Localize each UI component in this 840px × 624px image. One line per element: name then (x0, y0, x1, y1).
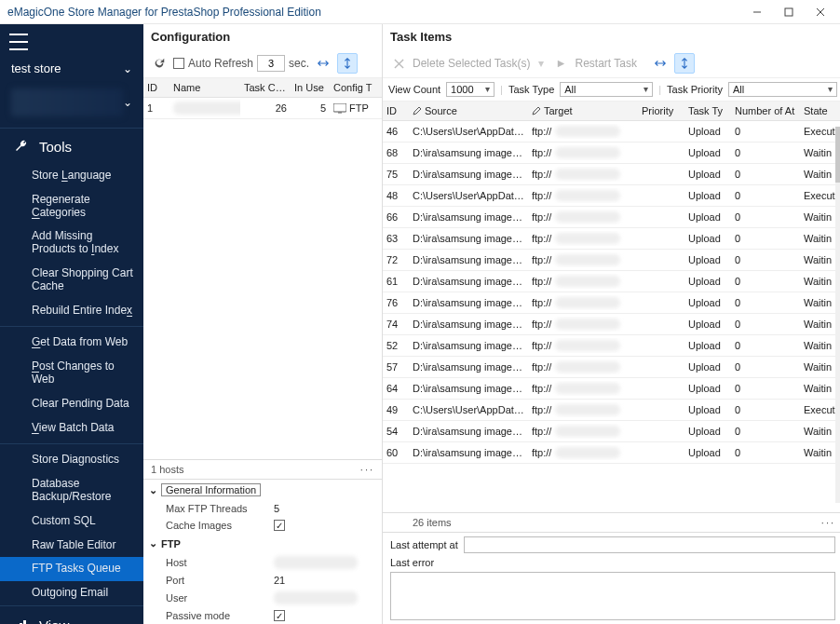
sidebar-item[interactable]: Post Changes to Web (0, 355, 143, 392)
sidebar-item[interactable]: FTP Tasks Queue (0, 557, 143, 581)
sidebar-item[interactable]: View Batch Data (0, 416, 143, 441)
blurred-content (274, 591, 358, 604)
general-information-header[interactable]: ⌄ General Information (143, 480, 382, 500)
ftp-label: FTP (161, 538, 181, 549)
fit-columns-button[interactable] (650, 53, 671, 74)
task-target: ftp:// (528, 210, 638, 224)
sidebar-item[interactable]: Regenerate Categories (0, 188, 143, 225)
task-row[interactable]: 60D:\ira\samsung images\pftp://Upload0Wa… (383, 442, 840, 464)
task-row[interactable]: 63D:\ira\samsung images\pftp://Upload0Wa… (383, 228, 840, 250)
sidebar-item[interactable]: Rebuild Entire Index (0, 299, 143, 323)
task-source: D:\ira\samsung images\p (409, 295, 528, 310)
task-row[interactable]: 75D:\ira\samsung images\pftp://Upload0Wa… (383, 164, 840, 185)
restart-task-button[interactable]: Restart Task (576, 57, 637, 70)
task-id: 72 (383, 252, 409, 267)
task-row[interactable]: 61D:\ira\samsung images\pftp://Upload0Wa… (383, 271, 840, 292)
blurred-content (555, 297, 620, 308)
tools-section-header[interactable]: Tools (0, 128, 143, 164)
delete-tasks-button[interactable]: Delete Selected Task(s) (413, 57, 531, 70)
sidebar-item[interactable]: Database Backup/Restore (0, 472, 143, 509)
sidebar-item[interactable]: Store Language (0, 164, 143, 188)
col-priority[interactable]: Priority (638, 102, 684, 120)
sidebar-item[interactable]: Custom SQL (0, 509, 143, 534)
col-taskcount[interactable]: Task Cour (240, 78, 291, 97)
view-count-select[interactable]: 1000 (446, 82, 495, 97)
col-id[interactable]: ID (143, 78, 169, 97)
hamburger-icon[interactable] (9, 34, 28, 50)
col-target[interactable]: Target (528, 102, 638, 120)
window-minimize-button[interactable] (741, 1, 773, 23)
task-row[interactable]: 64D:\ira\samsung images\pftp://Upload0Wa… (383, 378, 840, 400)
task-type-select[interactable]: All (560, 82, 653, 97)
task-type: Upload (684, 317, 731, 332)
task-id: 64 (383, 381, 409, 396)
window-close-button[interactable] (805, 1, 836, 23)
task-row[interactable]: 72D:\ira\samsung images\pftp://Upload0Wa… (383, 250, 840, 271)
expand-columns-button[interactable] (674, 53, 695, 74)
cache-images-checkbox[interactable]: ✓ (274, 520, 285, 531)
refresh-button[interactable] (149, 53, 169, 74)
task-row[interactable]: 46C:\Users\User\AppData\Lftp://Upload0Ex… (383, 121, 840, 142)
col-state[interactable]: State (800, 102, 840, 120)
sidebar-item[interactable]: Clear Pending Data (0, 392, 143, 416)
task-row[interactable]: 48C:\Users\User\AppData\Lftp://Upload0Ex… (383, 185, 840, 207)
col-inuse[interactable]: In Use (291, 78, 330, 97)
task-state: Waitin (800, 359, 840, 374)
auto-refresh-checkbox[interactable] (173, 58, 184, 69)
task-row[interactable]: 74D:\ira\samsung images\pftp://Upload0Wa… (383, 314, 840, 335)
task-type: Upload (684, 231, 731, 246)
task-priority-select[interactable]: All (728, 82, 837, 97)
task-target: ftp:// (528, 445, 638, 460)
auto-refresh-interval-input[interactable] (257, 55, 285, 72)
task-items-pane: Task Items Delete Selected Task(s) ▾ Res… (383, 24, 840, 624)
blurred-content (555, 211, 620, 223)
col-source[interactable]: Source (409, 102, 528, 120)
col-configtype[interactable]: Config T (330, 78, 382, 97)
max-ftp-threads-value[interactable]: 5 (274, 503, 376, 514)
sidebar-item[interactable]: Raw Table Editor (0, 534, 143, 558)
task-row[interactable]: 76D:\ira\samsung images\pftp://Upload0Wa… (383, 292, 840, 314)
last-attempt-field[interactable] (464, 536, 835, 553)
col-attempts[interactable]: Number of At (731, 102, 800, 120)
task-source: D:\ira\samsung images\p (409, 338, 528, 353)
window-maximize-button[interactable] (773, 1, 805, 23)
host-taskcount: 26 (240, 99, 291, 117)
view-label: View (39, 617, 69, 624)
task-type: Upload (684, 424, 731, 439)
task-source: D:\ira\samsung images\p (409, 359, 528, 374)
task-row[interactable]: 68D:\ira\samsung images\pftp://Upload0Wa… (383, 142, 840, 164)
task-row[interactable]: 49C:\Users\User\AppData\Lftp://Upload0Ex… (383, 400, 840, 421)
task-type: Upload (684, 295, 731, 310)
ftp-passive-checkbox[interactable]: ✓ (274, 610, 285, 621)
hosts-count: 1 hosts (151, 464, 183, 475)
col-tasktype[interactable]: Task Ty (684, 102, 731, 120)
task-attempts: 0 (731, 402, 800, 417)
ftp-header[interactable]: ⌄ FTP (143, 534, 382, 553)
task-row[interactable]: 57D:\ira\samsung images\pftp://Upload0Wa… (383, 357, 840, 378)
expand-columns-button[interactable] (337, 53, 358, 74)
sidebar-item[interactable]: Add Missing Products to Index (0, 224, 143, 262)
ftp-port-value[interactable]: 21 (274, 575, 376, 586)
task-target: ftp:// (528, 231, 638, 246)
sidebar-item[interactable]: Store Diagnostics (0, 448, 143, 472)
sidebar-item[interactable]: Outgoing Email (0, 581, 143, 605)
store-details[interactable]: ⌄ (0, 85, 143, 120)
sidebar-item[interactable]: Get Data from Web (0, 331, 143, 355)
view-section-header[interactable]: View (0, 605, 143, 624)
sidebar-item[interactable]: Clear Shopping Cart Cache (0, 262, 143, 299)
hosts-table-row[interactable]: 1 26 5 FTP (143, 98, 382, 119)
view-count-label: View Count (388, 84, 440, 95)
col-name[interactable]: Name (169, 78, 240, 97)
task-target: ftp:// (528, 317, 638, 332)
task-priority (638, 129, 684, 133)
store-selector[interactable]: test store ⌄ (0, 56, 143, 81)
last-error-field[interactable] (390, 572, 835, 620)
tasks-scrollbar[interactable] (835, 127, 840, 503)
host-configtype: FTP (330, 99, 382, 117)
col-id[interactable]: ID (383, 102, 409, 120)
fit-columns-button[interactable] (313, 53, 333, 74)
task-row[interactable]: 52D:\ira\samsung images\pftp://Upload0Wa… (383, 335, 840, 357)
task-row[interactable]: 54D:\ira\samsung images\pftp://Upload0Wa… (383, 421, 840, 442)
task-source: D:\ira\samsung images\p (409, 231, 528, 246)
task-row[interactable]: 66D:\ira\samsung images\pftp://Upload0Wa… (383, 207, 840, 228)
